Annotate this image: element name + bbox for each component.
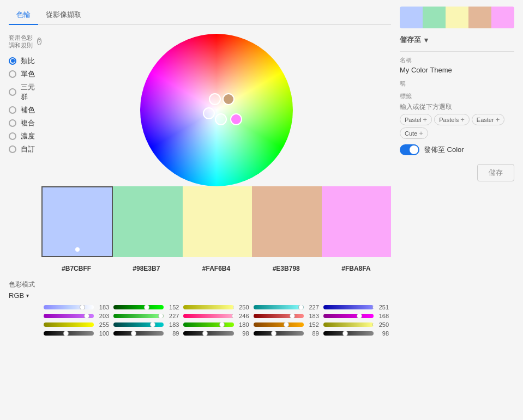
slider-thumb-1-1[interactable] bbox=[158, 314, 164, 318]
hex-3[interactable]: #E3B798 bbox=[251, 263, 321, 275]
slider-row-3-1: 183 bbox=[251, 313, 321, 319]
mini-swatch-1 bbox=[423, 7, 446, 28]
swatch-0[interactable] bbox=[41, 186, 113, 257]
name-label: 名稱 bbox=[400, 56, 514, 64]
tags-input[interactable] bbox=[400, 103, 514, 111]
publish-toggle[interactable] bbox=[400, 144, 419, 155]
slider-thumb-0-3[interactable] bbox=[63, 331, 69, 336]
slider-track-3-3[interactable] bbox=[254, 331, 304, 336]
help-icon[interactable]: ? bbox=[37, 38, 41, 45]
slider-row-1-1: 227 bbox=[111, 313, 181, 319]
slider-row-2-3: 98 bbox=[181, 330, 251, 337]
slider-thumb-3-2[interactable] bbox=[284, 322, 289, 327]
tags-row: Pastel + Pastels + Easter + Cute + bbox=[400, 114, 514, 139]
slider-track-4-3[interactable] bbox=[323, 331, 374, 336]
hex-values-row: #B7CBFF #98E3B7 #FAF6B4 #E3B798 #FBA8FA bbox=[41, 263, 391, 275]
slider-track-0-3[interactable] bbox=[44, 331, 94, 336]
radio-analog[interactable]: 類比 bbox=[9, 56, 41, 66]
slider-row-3-3: 89 bbox=[251, 330, 321, 337]
save-to-section[interactable]: 儲存至 ▾ bbox=[400, 35, 514, 45]
tag-easter[interactable]: Easter + bbox=[472, 114, 504, 125]
slider-track-0-0[interactable] bbox=[44, 305, 94, 309]
tag-pastels[interactable]: Pastels + bbox=[434, 114, 470, 125]
slider-thumb-1-2[interactable] bbox=[150, 322, 155, 327]
slider-thumb-4-1[interactable] bbox=[357, 314, 362, 318]
slider-thumb-4-2[interactable] bbox=[372, 322, 374, 327]
swatch-4[interactable] bbox=[322, 186, 391, 257]
radio-complement[interactable]: 補色 bbox=[9, 105, 41, 115]
tab-color-wheel[interactable]: 色輪 bbox=[9, 7, 38, 25]
wheel-handle-3[interactable] bbox=[203, 107, 215, 119]
slider-track-4-0[interactable] bbox=[323, 305, 374, 309]
slider-row-0-2: 255 bbox=[41, 321, 111, 328]
slider-thumb-2-1[interactable] bbox=[232, 314, 234, 318]
slider-thumb-4-3[interactable] bbox=[342, 331, 348, 336]
color-mode-select[interactable]: RGB ▾ bbox=[9, 291, 391, 300]
publish-label: 發佈至 Color bbox=[424, 145, 464, 155]
slider-track-1-3[interactable] bbox=[113, 331, 164, 336]
desc-label: 稱 bbox=[400, 80, 514, 88]
radio-circle-compound bbox=[9, 119, 16, 127]
slider-val-1-1: 227 bbox=[166, 313, 179, 319]
slider-val-3-1: 183 bbox=[306, 313, 319, 319]
slider-thumb-0-1[interactable] bbox=[84, 314, 89, 318]
color-swatches bbox=[41, 186, 391, 257]
save-button[interactable]: 儲存 bbox=[477, 164, 514, 181]
slider-track-1-1[interactable] bbox=[113, 314, 164, 318]
slider-thumb-2-2[interactable] bbox=[219, 322, 225, 327]
slider-thumb-0-0[interactable] bbox=[80, 305, 85, 309]
slider-thumb-3-3[interactable] bbox=[271, 331, 276, 336]
tag-cute[interactable]: Cute + bbox=[400, 127, 428, 139]
color-mode-label: 色彩模式 bbox=[9, 280, 391, 289]
slider-track-3-1[interactable] bbox=[254, 314, 304, 318]
slider-track-2-0[interactable] bbox=[183, 305, 233, 309]
slider-thumb-2-3[interactable] bbox=[202, 331, 208, 336]
slider-val-3-2: 152 bbox=[306, 321, 319, 328]
swatch-2[interactable] bbox=[183, 186, 252, 257]
wheel-handle-1[interactable] bbox=[209, 93, 221, 105]
mini-swatch-0 bbox=[400, 7, 423, 28]
slider-track-4-2[interactable] bbox=[323, 322, 374, 327]
slider-thumb-3-0[interactable] bbox=[298, 305, 304, 309]
slider-track-2-3[interactable] bbox=[183, 331, 233, 336]
swatch-3[interactable] bbox=[252, 186, 321, 257]
name-input[interactable] bbox=[400, 66, 514, 74]
slider-thumb-1-0[interactable] bbox=[144, 305, 149, 309]
slider-track-2-2[interactable] bbox=[183, 322, 233, 327]
slider-val-3-0: 227 bbox=[306, 304, 319, 311]
radio-mono[interactable]: 單色 bbox=[9, 69, 41, 79]
hex-0[interactable]: #B7CBFF bbox=[41, 263, 111, 275]
slider-track-0-2[interactable] bbox=[44, 322, 94, 327]
radio-custom[interactable]: 自訂 bbox=[9, 144, 41, 154]
slider-rows: 183 203 255 bbox=[41, 304, 391, 339]
radio-triad[interactable]: 三元群 bbox=[9, 82, 41, 102]
wheel-handle-4[interactable] bbox=[215, 113, 227, 125]
wheel-handle-2[interactable] bbox=[223, 93, 235, 105]
slider-thumb-2-0[interactable] bbox=[233, 305, 234, 309]
radio-compound[interactable]: 複合 bbox=[9, 118, 41, 128]
slider-track-0-1[interactable] bbox=[44, 314, 94, 318]
slider-thumb-4-0[interactable] bbox=[372, 305, 374, 309]
tag-plus-pastels: + bbox=[460, 115, 465, 124]
slider-track-1-2[interactable] bbox=[113, 322, 164, 327]
hex-4[interactable]: #FBA8FA bbox=[321, 263, 391, 275]
slider-track-4-1[interactable] bbox=[323, 314, 374, 318]
slider-track-2-1[interactable] bbox=[183, 314, 233, 318]
slider-col-1: 152 227 183 bbox=[111, 304, 181, 339]
slider-thumb-1-3[interactable] bbox=[131, 331, 136, 336]
slider-track-3-0[interactable] bbox=[254, 305, 304, 309]
wheel-handle-5[interactable] bbox=[230, 113, 242, 125]
slider-row-1-0: 152 bbox=[111, 304, 181, 311]
slider-track-1-0[interactable] bbox=[113, 305, 164, 309]
color-wheel[interactable] bbox=[140, 34, 293, 186]
hex-1[interactable]: #98E3B7 bbox=[111, 263, 181, 275]
slider-track-3-2[interactable] bbox=[254, 322, 304, 327]
tab-image-extract[interactable]: 從影像擷取 bbox=[38, 7, 89, 25]
tag-pastel[interactable]: Pastel + bbox=[400, 114, 432, 125]
harmony-radio-group: 類比 單色 三元群 補色 bbox=[9, 56, 41, 154]
slider-col-0: 183 203 255 bbox=[41, 304, 111, 339]
slider-thumb-3-1[interactable] bbox=[290, 314, 295, 318]
swatch-1[interactable] bbox=[113, 186, 182, 257]
radio-shades[interactable]: 濃度 bbox=[9, 131, 41, 141]
hex-2[interactable]: #FAF6B4 bbox=[181, 263, 251, 275]
